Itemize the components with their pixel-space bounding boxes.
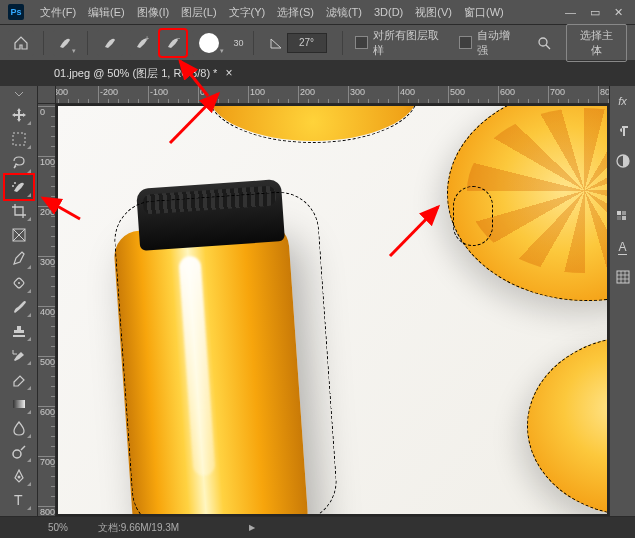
panel-adjustments[interactable] [614, 152, 632, 170]
character-icon: A [618, 240, 626, 255]
chevron-down-icon: ▾ [72, 47, 76, 55]
quick-select-icon [11, 179, 27, 195]
document-tab[interactable]: 01.jpeg @ 50% (图层 1, RGB/8) * × [44, 61, 242, 86]
checkbox-icon[interactable] [459, 36, 472, 49]
eraser-tool[interactable] [5, 367, 33, 391]
add-selection-button[interactable]: + [129, 30, 155, 56]
menu-image[interactable]: 图像(I) [131, 3, 175, 22]
ruler-tick-label: 0 [200, 87, 205, 97]
adjustments-icon [616, 154, 630, 168]
pen-tool[interactable] [5, 464, 33, 488]
crop-tool[interactable] [5, 199, 33, 223]
panel-glyphs[interactable] [614, 268, 632, 286]
move-tool[interactable] [5, 103, 33, 127]
close-button[interactable]: ✕ [614, 6, 623, 19]
paragraph-icon [616, 124, 630, 138]
svg-text:T: T [14, 492, 23, 508]
home-button[interactable] [8, 30, 34, 56]
status-bar: 50% 文档:9.66M/19.3M ▶ [0, 516, 635, 538]
menu-file[interactable]: 文件(F) [34, 3, 82, 22]
document-canvas[interactable] [58, 106, 607, 514]
panel-character[interactable]: A [614, 238, 632, 256]
frame-tool[interactable] [5, 223, 33, 247]
menu-view[interactable]: 视图(V) [409, 3, 458, 22]
chevron-down-icon: ▾ [220, 47, 224, 55]
selection-marquee [112, 189, 340, 514]
ruler-tick-label: -200 [100, 87, 118, 97]
eyedropper-tool[interactable] [5, 247, 33, 271]
svg-point-10 [13, 450, 21, 458]
panel-paragraph[interactable] [614, 122, 632, 140]
frame-icon [11, 227, 27, 243]
selection-marquee [453, 186, 493, 246]
brush-tool[interactable] [5, 295, 33, 319]
sample-all-layers-option[interactable]: 对所有图层取样 [355, 28, 449, 58]
ruler-tick-label: -300 [56, 87, 68, 97]
search-icon [537, 36, 551, 50]
lasso-icon [11, 155, 27, 171]
menu-window[interactable]: 窗口(W) [458, 3, 510, 22]
restore-button[interactable]: ▭ [590, 6, 600, 19]
menu-filter[interactable]: 滤镜(T) [320, 3, 368, 22]
brush-icon [11, 299, 27, 315]
menu-edit[interactable]: 编辑(E) [82, 3, 131, 22]
blur-tool[interactable] [5, 416, 33, 440]
close-tab-button[interactable]: × [225, 66, 232, 80]
document-info[interactable]: 文档:9.66M/19.3M [98, 521, 179, 535]
new-selection-button[interactable] [97, 30, 123, 56]
toolbox-collapse[interactable] [12, 90, 26, 99]
ruler-tick-label: 800 [40, 507, 55, 516]
ruler-tick-label: 100 [250, 87, 265, 97]
ruler-origin[interactable] [38, 86, 56, 104]
window-controls: — ▭ ✕ [565, 6, 627, 19]
search-button[interactable] [532, 31, 556, 55]
quick-selection-tool[interactable] [5, 175, 33, 199]
ruler-tick-label: 400 [400, 87, 415, 97]
document-tab-bar: 01.jpeg @ 50% (图层 1, RGB/8) * × [0, 60, 635, 86]
crop-icon [11, 203, 27, 219]
angle-input[interactable] [287, 33, 327, 53]
minimize-button[interactable]: — [565, 6, 576, 19]
menu-layer[interactable]: 图层(L) [175, 3, 222, 22]
status-caret-icon[interactable]: ▶ [249, 523, 255, 532]
svg-rect-14 [617, 211, 621, 215]
svg-text:+: + [145, 35, 149, 42]
gradient-tool[interactable] [5, 392, 33, 416]
spot-healing-tool[interactable] [5, 271, 33, 295]
divider [43, 31, 44, 55]
tool-preset-picker[interactable]: ▾ [53, 30, 79, 56]
type-tool[interactable]: T [5, 488, 33, 512]
ruler-horizontal[interactable]: -300-200-1000100200300400500600700800900… [56, 86, 609, 104]
brush-preview-icon [199, 33, 219, 53]
checkbox-icon[interactable] [355, 36, 368, 49]
menu-type[interactable]: 文字(Y) [223, 3, 272, 22]
svg-point-2 [539, 38, 547, 46]
dodge-icon [11, 444, 27, 460]
ruler-tick-label: -100 [150, 87, 168, 97]
history-brush-tool[interactable] [5, 343, 33, 367]
svg-rect-18 [617, 271, 629, 283]
subtract-selection-button[interactable]: − [160, 30, 186, 56]
select-subject-button[interactable]: 选择主体 [566, 24, 627, 62]
gradient-icon [11, 396, 27, 412]
menu-select[interactable]: 选择(S) [271, 3, 320, 22]
canvas-container: -300-200-1000100200300400500600700800900… [38, 86, 609, 516]
ruler-tick-label: 0 [40, 107, 45, 117]
ruler-vertical[interactable]: 0100200300400500600700800 [38, 104, 56, 516]
svg-point-4 [14, 182, 16, 184]
panel-swatches[interactable] [614, 208, 632, 226]
brush-picker[interactable]: ▾ [192, 30, 225, 56]
eraser-icon [11, 371, 27, 387]
menu-3d[interactable]: 3D(D) [368, 4, 409, 20]
blur-icon [11, 420, 27, 436]
ruler-tick-label: 300 [350, 87, 365, 97]
lasso-tool[interactable] [5, 151, 33, 175]
panel-styles[interactable]: fx [614, 92, 632, 110]
marquee-tool[interactable] [5, 127, 33, 151]
brush-add-icon: + [134, 35, 150, 51]
clone-stamp-tool[interactable] [5, 319, 33, 343]
auto-enhance-option[interactable]: 自动增强 [459, 28, 520, 58]
zoom-level[interactable]: 50% [48, 522, 68, 533]
dodge-tool[interactable] [5, 440, 33, 464]
ruler-tick-label: 700 [550, 87, 565, 97]
